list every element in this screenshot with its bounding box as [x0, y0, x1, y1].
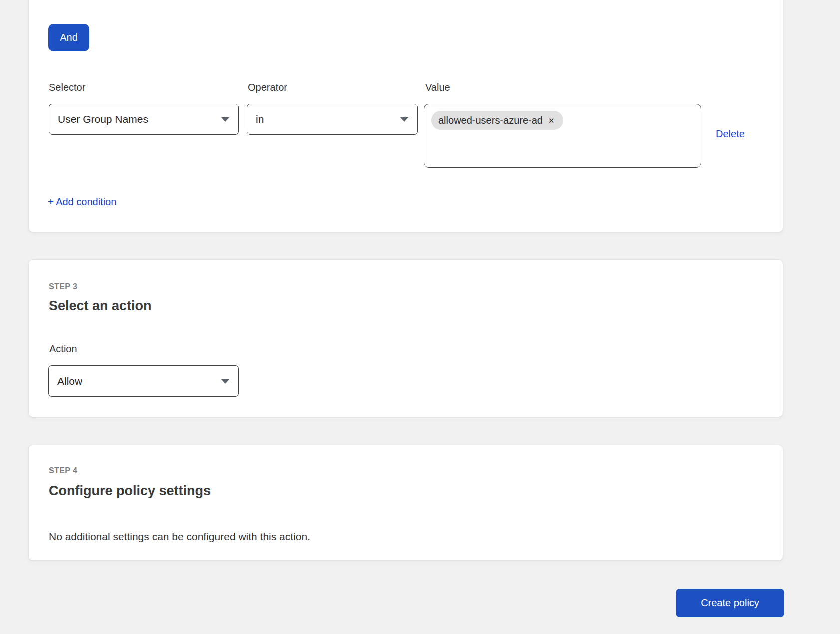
add-condition-link[interactable]: + Add condition: [48, 196, 116, 208]
operator-dropdown[interactable]: in: [247, 104, 418, 135]
operator-dropdown-value: in: [256, 113, 264, 125]
action-dropdown[interactable]: Allow: [48, 365, 239, 397]
step4-body-text: No additional settings can be configured…: [49, 530, 310, 544]
operator-field-label: Operator: [248, 82, 287, 93]
step3-title: Select an action: [49, 298, 152, 314]
step4-title: Configure policy settings: [49, 483, 211, 499]
selector-dropdown[interactable]: User Group Names: [49, 104, 239, 135]
create-policy-button[interactable]: Create policy: [676, 589, 784, 617]
selector-dropdown-value: User Group Names: [58, 113, 148, 125]
tag-remove-icon[interactable]: ✕: [548, 117, 555, 124]
condition-builder-card: And Selector User Group Names Operator i…: [28, 0, 783, 232]
step3-card: STEP 3 Select an action Action Allow: [28, 259, 783, 417]
and-operator-button[interactable]: And: [48, 24, 89, 51]
delete-condition-link[interactable]: Delete: [716, 128, 745, 140]
step4-card: STEP 4 Configure policy settings No addi…: [28, 445, 783, 561]
chevron-down-icon: [221, 117, 229, 122]
value-tag-text: allowed-users-azure-ad: [438, 115, 543, 126]
chevron-down-icon: [400, 117, 408, 122]
action-field-label: Action: [49, 343, 77, 354]
action-dropdown-value: Allow: [57, 375, 82, 387]
selector-field-label: Selector: [49, 82, 85, 93]
step4-label: STEP 4: [49, 466, 77, 475]
value-field-label: Value: [425, 82, 450, 93]
chevron-down-icon: [221, 379, 229, 384]
value-multiselect-input[interactable]: allowed-users-azure-ad ✕: [424, 104, 701, 168]
step3-label: STEP 3: [49, 282, 77, 291]
policy-builder-page: And Selector User Group Names Operator i…: [0, 0, 840, 634]
value-tag: allowed-users-azure-ad ✕: [431, 111, 563, 130]
